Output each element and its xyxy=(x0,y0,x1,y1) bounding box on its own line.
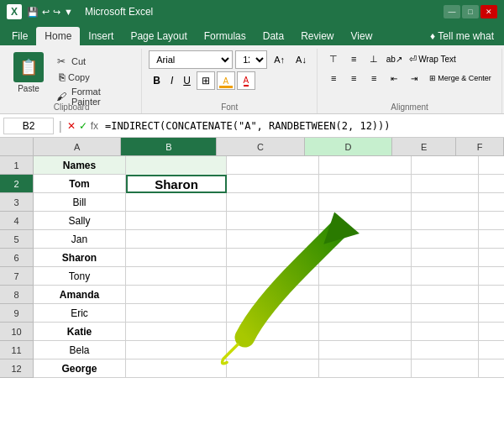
cell-f8[interactable] xyxy=(479,286,504,304)
cell-a12[interactable]: George xyxy=(34,359,126,378)
cell-a9[interactable]: Eric xyxy=(34,304,126,323)
borders-button[interactable]: ⊞ xyxy=(197,71,215,90)
cell-b8[interactable] xyxy=(126,286,227,304)
cell-a11[interactable]: Bela xyxy=(34,341,126,359)
cell-f10[interactable] xyxy=(479,323,504,341)
cell-e9[interactable] xyxy=(412,304,479,323)
cell-b4[interactable] xyxy=(126,212,227,230)
cell-a1[interactable]: Names xyxy=(34,156,126,175)
row-header-4[interactable]: 4 xyxy=(0,212,34,230)
confirm-formula-button[interactable]: ✓ xyxy=(79,120,87,132)
cell-c8[interactable] xyxy=(227,286,319,304)
cell-c12[interactable] xyxy=(227,359,319,378)
fill-color-button[interactable]: A xyxy=(217,71,235,90)
cell-d2[interactable] xyxy=(319,175,412,193)
col-header-f[interactable]: F xyxy=(456,138,504,156)
cell-a7[interactable]: Tony xyxy=(34,267,126,286)
row-header-10[interactable]: 10 xyxy=(0,323,34,341)
cell-a4[interactable]: Sally xyxy=(34,212,126,230)
cell-d6[interactable] xyxy=(319,249,412,267)
minimize-button[interactable]: — xyxy=(444,5,460,18)
row-header-5[interactable]: 5 xyxy=(0,230,34,249)
font-color-button[interactable]: A xyxy=(237,71,255,90)
cell-reference-box[interactable] xyxy=(3,118,54,134)
cell-b2[interactable]: Sharon xyxy=(126,175,227,193)
cell-a6[interactable]: Sharon xyxy=(34,249,126,267)
window-controls[interactable]: — □ ✕ xyxy=(444,5,497,18)
underline-button[interactable]: U xyxy=(179,71,195,90)
cell-d5[interactable] xyxy=(319,230,412,249)
cell-c1[interactable] xyxy=(227,156,319,175)
cell-c11[interactable] xyxy=(227,341,319,359)
cell-e4[interactable] xyxy=(412,212,479,230)
cell-d3[interactable] xyxy=(319,193,412,212)
maximize-button[interactable]: □ xyxy=(462,5,479,18)
tab-page-layout[interactable]: Page Layout xyxy=(122,27,195,45)
tab-insert[interactable]: Insert xyxy=(80,27,122,45)
cell-e3[interactable] xyxy=(412,193,479,212)
cell-c9[interactable] xyxy=(227,304,319,323)
cell-f11[interactable] xyxy=(479,341,504,359)
tab-view[interactable]: View xyxy=(343,27,381,45)
font-size-selector[interactable]: 12 xyxy=(235,50,267,69)
cell-f7[interactable] xyxy=(479,267,504,286)
tab-data[interactable]: Data xyxy=(255,27,292,45)
cell-f12[interactable] xyxy=(479,359,504,378)
insert-function-button[interactable]: fx xyxy=(91,120,98,132)
row-header-2[interactable]: 2 xyxy=(0,175,34,193)
row-header-1[interactable]: 1 xyxy=(0,156,34,175)
align-right-button[interactable]: ≡ xyxy=(365,70,383,87)
cell-b7[interactable] xyxy=(126,267,227,286)
cell-f2[interactable] xyxy=(479,175,504,193)
cell-c4[interactable] xyxy=(227,212,319,230)
help-tab[interactable]: ♦ Tell me what xyxy=(423,27,501,45)
cell-b3[interactable] xyxy=(126,193,227,212)
cell-f9[interactable] xyxy=(479,304,504,323)
italic-button[interactable]: I xyxy=(166,71,177,90)
cell-d1[interactable] xyxy=(319,156,412,175)
row-header-11[interactable]: 11 xyxy=(0,341,34,359)
cell-d10[interactable] xyxy=(319,323,412,341)
col-header-e[interactable]: E xyxy=(392,138,456,156)
font-shrink-button[interactable]: A↓ xyxy=(291,50,311,69)
cell-d4[interactable] xyxy=(319,212,412,230)
cell-f4[interactable] xyxy=(479,212,504,230)
cell-e1[interactable] xyxy=(412,156,479,175)
cell-c5[interactable] xyxy=(227,230,319,249)
align-bottom-button[interactable]: ⊥ xyxy=(365,50,383,67)
cell-c7[interactable] xyxy=(227,267,319,286)
cell-d8[interactable] xyxy=(319,286,412,304)
bold-button[interactable]: B xyxy=(149,71,165,90)
font-grow-button[interactable]: A↑ xyxy=(270,50,289,69)
align-middle-button[interactable]: ≡ xyxy=(344,50,363,67)
cell-c10[interactable] xyxy=(227,323,319,341)
cell-c3[interactable] xyxy=(227,193,319,212)
cell-d9[interactable] xyxy=(319,304,412,323)
cell-c2[interactable] xyxy=(227,175,319,193)
decrease-indent-button[interactable]: ⇤ xyxy=(385,70,403,87)
row-header-9[interactable]: 9 xyxy=(0,304,34,323)
cell-e2[interactable] xyxy=(412,175,479,193)
close-button[interactable]: ✕ xyxy=(480,5,497,18)
paste-button[interactable]: 📋 Paste xyxy=(8,50,49,95)
row-header-8[interactable]: 8 xyxy=(0,286,34,304)
cell-e10[interactable] xyxy=(412,323,479,341)
cell-d7[interactable] xyxy=(319,267,412,286)
row-header-3[interactable]: 3 xyxy=(0,193,34,212)
cut-button[interactable]: ✂ Cut xyxy=(52,54,134,69)
formula-input[interactable] xyxy=(102,118,501,134)
tab-file[interactable]: File xyxy=(3,27,36,45)
cell-e12[interactable] xyxy=(412,359,479,378)
cancel-formula-button[interactable]: ✕ xyxy=(67,120,76,132)
cell-b5[interactable] xyxy=(126,230,227,249)
tab-formulas[interactable]: Formulas xyxy=(196,27,255,45)
cell-b9[interactable] xyxy=(126,304,227,323)
align-center-button[interactable]: ≡ xyxy=(344,70,363,87)
merge-center-button[interactable]: ⊞ Merge & Center xyxy=(425,71,496,85)
cell-b6[interactable] xyxy=(126,249,227,267)
cell-d11[interactable] xyxy=(319,341,412,359)
cell-e11[interactable] xyxy=(412,341,479,359)
row-header-7[interactable]: 7 xyxy=(0,267,34,286)
col-header-a[interactable]: A xyxy=(34,138,121,156)
cell-a8[interactable]: Amanda xyxy=(34,286,126,304)
